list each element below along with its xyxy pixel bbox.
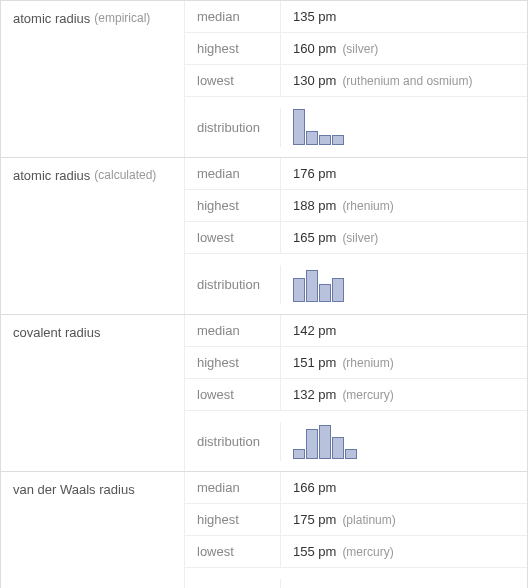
distribution-chart [293,109,344,145]
stat-value-cell: 176 pm [281,158,527,189]
stat-qualifier: (rhenium) [342,199,393,213]
property-name: atomic radius [13,168,90,183]
stat-value: 176 pm [293,166,336,181]
stat-label: distribution [185,108,281,147]
stat-label: highest [185,504,281,535]
stat-row-median: median135 pm [185,1,527,33]
stat-row-median: median142 pm [185,315,527,347]
stat-label: highest [185,33,281,64]
chart-bar [306,270,318,302]
chart-bar [319,284,331,302]
stat-row-lowest: lowest132 pm(mercury) [185,379,527,411]
property-name-cell: covalent radius [1,315,185,471]
stat-value: 165 pm [293,230,336,245]
chart-bar [332,437,344,459]
property-name: covalent radius [13,325,100,340]
stat-value-cell: 142 pm [281,315,527,346]
stat-row-median: median166 pm [185,472,527,504]
stat-qualifier: (mercury) [342,545,393,559]
chart-bar [293,109,305,145]
stat-row-lowest: lowest155 pm(mercury) [185,536,527,568]
chart-bar [332,278,344,302]
property-subnote: (calculated) [94,168,156,182]
stat-value-cell: 132 pm(mercury) [281,379,527,410]
property-subnote: (empirical) [94,11,150,25]
stat-row-highest: highest188 pm(rhenium) [185,190,527,222]
stat-label: median [185,158,281,189]
stat-value-cell: 175 pm(platinum) [281,504,527,535]
stat-qualifier: (silver) [342,231,378,245]
distribution-cell [281,568,527,588]
distribution-chart [293,580,357,588]
chart-bar [332,135,344,145]
chart-bar [345,449,357,459]
distribution-cell [281,254,527,314]
chart-bar [306,429,318,459]
stat-label: median [185,472,281,503]
distribution-cell [281,97,527,157]
stat-value-cell: 160 pm(silver) [281,33,527,64]
property-rows: median166 pmhighest175 pm(platinum)lowes… [185,472,527,588]
chart-bar [319,135,331,145]
distribution-cell [281,411,527,471]
stat-value: 166 pm [293,480,336,495]
stat-qualifier: (mercury) [342,388,393,402]
properties-table: atomic radius(empirical)median135 pmhigh… [0,0,528,588]
property-rows: median176 pmhighest188 pm(rhenium)lowest… [185,158,527,314]
property-name-cell: van der Waals radius [1,472,185,588]
stat-value: 188 pm [293,198,336,213]
stat-label: lowest [185,65,281,96]
distribution-chart [293,423,357,459]
stat-row-highest: highest175 pm(platinum) [185,504,527,536]
property-name: atomic radius [13,11,90,26]
stat-qualifier: (rhenium) [342,356,393,370]
property-name: van der Waals radius [13,482,135,497]
stat-row-distribution: distribution [185,411,527,471]
stat-value: 135 pm [293,9,336,24]
stat-value: 155 pm [293,544,336,559]
stat-label: lowest [185,379,281,410]
stat-value-cell: 165 pm(silver) [281,222,527,253]
stat-label: highest [185,347,281,378]
stat-label: highest [185,190,281,221]
stat-value-cell: 135 pm [281,1,527,32]
stat-label: lowest [185,536,281,567]
stat-value: 151 pm [293,355,336,370]
property-group: atomic radius(calculated)median176 pmhig… [1,158,527,315]
property-name-cell: atomic radius(empirical) [1,1,185,157]
stat-row-highest: highest151 pm(rhenium) [185,347,527,379]
property-group: van der Waals radiusmedian166 pmhighest1… [1,472,527,588]
stat-label: median [185,315,281,346]
stat-label: lowest [185,222,281,253]
stat-value: 160 pm [293,41,336,56]
property-rows: median142 pmhighest151 pm(rhenium)lowest… [185,315,527,471]
stat-value-cell: 155 pm(mercury) [281,536,527,567]
stat-label: median [185,1,281,32]
stat-qualifier: (silver) [342,42,378,56]
stat-row-distribution: distribution [185,97,527,157]
stat-value-cell: 130 pm(ruthenium and osmium) [281,65,527,96]
stat-row-highest: highest160 pm(silver) [185,33,527,65]
stat-value: 142 pm [293,323,336,338]
stat-row-lowest: lowest130 pm(ruthenium and osmium) [185,65,527,97]
stat-label: distribution [185,422,281,461]
stat-value: 130 pm [293,73,336,88]
distribution-chart [293,266,344,302]
stat-row-median: median176 pm [185,158,527,190]
stat-label: distribution [185,579,281,589]
property-name-cell: atomic radius(calculated) [1,158,185,314]
property-group: atomic radius(empirical)median135 pmhigh… [1,1,527,158]
stat-qualifier: (ruthenium and osmium) [342,74,472,88]
stat-label: distribution [185,265,281,304]
stat-value: 175 pm [293,512,336,527]
stat-row-lowest: lowest165 pm(silver) [185,222,527,254]
stat-value-cell: 166 pm [281,472,527,503]
chart-bar [293,449,305,459]
stat-row-distribution: distribution [185,254,527,314]
property-group: covalent radiusmedian142 pmhighest151 pm… [1,315,527,472]
property-rows: median135 pmhighest160 pm(silver)lowest1… [185,1,527,157]
stat-value: 132 pm [293,387,336,402]
stat-value-cell: 188 pm(rhenium) [281,190,527,221]
chart-bar [319,425,331,459]
stat-value-cell: 151 pm(rhenium) [281,347,527,378]
